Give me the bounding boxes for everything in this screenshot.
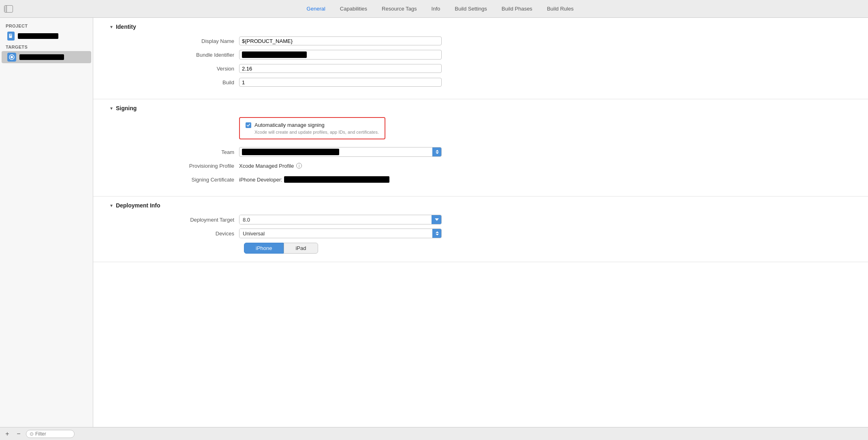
sidebar: PROJECT TARGETS <box>0 18 93 427</box>
bundle-id-label: Bundle Identifier <box>109 52 239 58</box>
info-icon[interactable]: i <box>296 163 302 169</box>
identity-title: Identity <box>116 23 136 30</box>
auto-signing-desc: Xcode will create and update profiles, a… <box>254 130 379 135</box>
deployment-target-arrow-button[interactable] <box>432 215 441 224</box>
signing-title: Signing <box>116 105 137 111</box>
devices-row: Devices Universal <box>109 228 852 239</box>
tab-build-phases[interactable]: Build Phases <box>494 3 540 14</box>
deployment-title: Deployment Info <box>116 202 160 209</box>
identity-section: ▼ Identity Display Name Bundle Identifie… <box>93 18 868 99</box>
deployment-section-header[interactable]: ▼ Deployment Info <box>109 197 852 214</box>
sidebar-item-project[interactable] <box>2 30 91 42</box>
display-name-value <box>239 36 442 45</box>
stepper-down-icon <box>436 152 439 154</box>
remove-button[interactable]: − <box>15 430 23 438</box>
signing-triangle-icon: ▼ <box>109 106 113 111</box>
team-dropdown[interactable] <box>239 147 442 157</box>
deployment-target-text: 8.0 <box>239 215 432 224</box>
svg-rect-2 <box>10 36 11 36</box>
stepper-up-icon <box>436 150 439 152</box>
version-label: Version <box>109 66 239 72</box>
auto-signing-checkbox-row: Automatically manage signing <box>246 122 379 128</box>
tabs-container: General Capabilities Resource Tags Info … <box>16 3 864 14</box>
display-name-input[interactable] <box>239 36 442 45</box>
deployment-target-dropdown[interactable]: 8.0 <box>239 215 442 224</box>
svg-rect-1 <box>10 34 12 35</box>
deployment-target-value: 8.0 <box>239 215 442 224</box>
signing-section: ▼ Signing Automatically manage signing <box>93 99 868 197</box>
devices-stepper-down-icon <box>436 234 439 235</box>
device-buttons-group: iPhone iPad <box>244 243 852 254</box>
targets-section-label: TARGETS <box>0 42 93 51</box>
project-file-icon <box>7 32 15 41</box>
display-name-row: Display Name <box>109 36 852 46</box>
filter-input[interactable] <box>35 431 68 437</box>
ipad-button[interactable]: iPad <box>284 243 318 254</box>
add-button[interactable]: + <box>3 430 11 438</box>
bundle-id-text-area[interactable] <box>309 50 441 59</box>
devices-stepper-button[interactable] <box>432 229 441 238</box>
filter-search-icon: ⊙ <box>30 431 34 437</box>
version-input[interactable] <box>239 64 442 73</box>
version-value <box>239 64 442 73</box>
sidebar-toggle-button[interactable] <box>4 5 13 13</box>
cert-prefix-text: iPhone Developer: <box>239 177 282 183</box>
identity-section-header[interactable]: ▼ Identity <box>109 18 852 36</box>
auto-signing-box: Automatically manage signing Xcode will … <box>239 117 385 139</box>
team-stepper-button[interactable] <box>432 147 441 156</box>
provisioning-label: Provisioning Profile <box>109 163 239 169</box>
chevron-down-icon <box>435 218 439 221</box>
devices-value: Universal <box>239 229 442 238</box>
provisioning-value: Xcode Managed Profile i <box>239 163 442 169</box>
iphone-button[interactable]: iPhone <box>244 243 284 254</box>
build-row: Build <box>109 77 852 88</box>
signing-cert-value: iPhone Developer: <box>239 176 442 183</box>
tab-capabilities[interactable]: Capabilities <box>333 3 374 14</box>
auto-signing-label: Automatically manage signing <box>254 122 325 128</box>
auto-signing-value: Automatically manage signing Xcode will … <box>239 117 442 143</box>
filter-input-wrap: ⊙ <box>26 430 75 438</box>
provisioning-text: Xcode Managed Profile <box>239 163 294 169</box>
deployment-target-label: Deployment Target <box>109 217 239 223</box>
build-label: Build <box>109 79 239 85</box>
provisioning-row: Provisioning Profile Xcode Managed Profi… <box>109 160 852 171</box>
build-input[interactable] <box>239 78 442 87</box>
main-layout: PROJECT TARGETS <box>0 18 868 427</box>
build-value <box>239 78 442 87</box>
bottom-toolbar: + − ⊙ <box>0 427 868 440</box>
tab-build-rules[interactable]: Build Rules <box>540 3 581 14</box>
signing-section-header[interactable]: ▼ Signing <box>109 99 852 117</box>
deployment-target-row: Deployment Target 8.0 <box>109 214 852 225</box>
provisioning-value-container: Xcode Managed Profile i <box>239 163 442 169</box>
target-name-redacted <box>19 54 64 60</box>
target-icon <box>7 53 16 62</box>
tab-resource-tags[interactable]: Resource Tags <box>374 3 424 14</box>
devices-dropdown[interactable]: Universal <box>239 229 442 238</box>
deployment-triangle-icon: ▼ <box>109 203 113 208</box>
tab-bar: General Capabilities Resource Tags Info … <box>0 0 868 18</box>
signing-cert-label: Signing Certificate <box>109 177 239 183</box>
team-value <box>239 147 442 157</box>
project-section-label: PROJECT <box>0 21 93 30</box>
devices-text: Universal <box>239 229 432 238</box>
content-area: ▼ Identity Display Name Bundle Identifie… <box>93 18 868 427</box>
signing-cert-row: Signing Certificate iPhone Developer: <box>109 174 852 185</box>
team-spacer <box>342 147 432 156</box>
identity-triangle-icon: ▼ <box>109 25 113 29</box>
devices-label: Devices <box>109 231 239 237</box>
cert-name-redacted <box>284 176 389 183</box>
deployment-section: ▼ Deployment Info Deployment Target 8.0 … <box>93 197 868 262</box>
version-row: Version <box>109 63 852 74</box>
auto-signing-row: Automatically manage signing Xcode will … <box>109 117 852 143</box>
team-label: Team <box>109 149 239 155</box>
team-name-redacted <box>242 149 339 155</box>
auto-signing-checkbox[interactable] <box>246 122 251 128</box>
devices-stepper-up-icon <box>436 231 439 233</box>
sidebar-item-target[interactable] <box>2 51 91 63</box>
signing-cert-container: iPhone Developer: <box>239 176 442 183</box>
tab-general[interactable]: General <box>299 3 333 14</box>
tab-info[interactable]: Info <box>424 3 448 14</box>
bundle-id-row: Bundle Identifier <box>109 49 852 60</box>
display-name-label: Display Name <box>109 38 239 44</box>
tab-build-settings[interactable]: Build Settings <box>447 3 494 14</box>
